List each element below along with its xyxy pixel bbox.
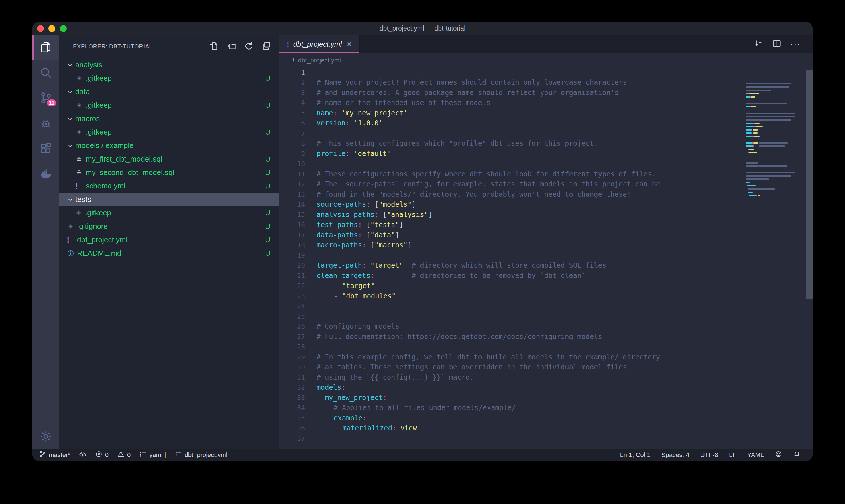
vertical-scrollbar[interactable]: [805, 67, 813, 449]
activity-explorer-icon[interactable]: [32, 35, 59, 60]
tree-row--gitkeep[interactable]: .gitkeepU: [59, 125, 279, 139]
status-encoding[interactable]: UTF-8: [700, 451, 718, 459]
status-outline-file[interactable]: dbt_project.yml: [175, 450, 228, 460]
tree-row-my-first-dbt-model-sql[interactable]: my_first_dbt_model.sqlU: [59, 152, 279, 166]
status-indentation[interactable]: Spaces: 4: [661, 451, 689, 459]
status-eol[interactable]: LF: [729, 451, 736, 459]
code-line-1[interactable]: 1: [279, 67, 743, 78]
breadcrumb[interactable]: ! dbt_project.yml: [279, 53, 813, 67]
code-line-14[interactable]: 14source-paths: ["models"]: [279, 200, 743, 210]
code-line-10[interactable]: 10: [279, 159, 743, 169]
code-line-33[interactable]: 33 my_new_project:: [279, 393, 743, 403]
git-file-icon: [75, 128, 86, 136]
code-line-20[interactable]: 20target-path: "target" # directory whic…: [279, 260, 743, 271]
status-feedback[interactable]: [775, 450, 782, 460]
open-changes-icon[interactable]: [754, 39, 763, 50]
code-line-21[interactable]: 21clean-targets: # directories to be rem…: [279, 271, 743, 281]
close-tab-icon[interactable]: ×: [347, 39, 352, 49]
collapse-all-icon[interactable]: [261, 41, 271, 52]
code-line-16[interactable]: 16test-paths: ["tests"]: [279, 220, 743, 230]
code-line-29[interactable]: 29# In this example config, we tell dbt …: [279, 352, 743, 362]
warning-icon: [117, 450, 125, 460]
tree-row-analysis[interactable]: analysis: [59, 58, 279, 72]
code-line-15[interactable]: 15analysis-paths: ["analysis"]: [279, 210, 743, 220]
minimap-line: [762, 126, 763, 127]
code-line-6[interactable]: 6version: '1.0.0': [279, 118, 743, 129]
git-file-icon: [75, 74, 86, 82]
tree-row-readme-md[interactable]: README.mdU: [59, 247, 279, 260]
code-line-4[interactable]: 4# name or the intended use of these mod…: [279, 98, 743, 108]
code-line-2[interactable]: 2# Name your project! Project names shou…: [279, 78, 743, 88]
minimap-line: [748, 152, 749, 154]
status-language-mode[interactable]: YAML: [747, 451, 764, 459]
tab-dbt-project-yml[interactable]: ! dbt_project.yml ×: [279, 35, 360, 53]
status-warnings[interactable]: 0: [117, 450, 131, 460]
code-line-17[interactable]: 17data-paths: ["data"]: [279, 230, 743, 240]
code-line-11[interactable]: 11# These configurations specify where d…: [279, 169, 743, 179]
new-folder-icon[interactable]: [226, 41, 236, 52]
line-number: 4: [279, 99, 305, 107]
line-number: 35: [279, 414, 305, 422]
tree-row-tests[interactable]: tests: [59, 193, 279, 206]
minimap[interactable]: [743, 67, 805, 449]
activity-settings-icon[interactable]: [32, 424, 59, 449]
code-line-28[interactable]: 28: [279, 342, 743, 352]
status-notifications[interactable]: [793, 450, 801, 460]
tree-row-macros[interactable]: macros: [59, 112, 279, 125]
tree-row--gitkeep[interactable]: .gitkeepU: [59, 72, 279, 85]
split-editor-icon[interactable]: [772, 39, 782, 50]
code-line-9[interactable]: 9profile: 'default': [279, 149, 743, 159]
code-line-24[interactable]: 24: [279, 301, 743, 311]
code-line-19[interactable]: 19: [279, 250, 743, 260]
line-number: 26: [279, 323, 305, 330]
tree-row-models-example[interactable]: models / example: [59, 139, 279, 152]
activity-debug-icon[interactable]: [32, 110, 59, 136]
status-errors[interactable]: 0: [95, 450, 109, 460]
tree-row-dbt-project-yml[interactable]: !dbt_project.ymlU: [59, 233, 279, 247]
code-line-26[interactable]: 26# Configuring models: [279, 322, 743, 332]
code-line-37[interactable]: 37: [279, 433, 743, 444]
code-line-32[interactable]: 32models:: [279, 382, 743, 393]
code-line-31[interactable]: 31# using the `{{ config(...) }}` macro.: [279, 372, 743, 382]
activity-source-control-icon[interactable]: 11: [32, 85, 59, 110]
code-line-12[interactable]: 12# The `source-paths` config, for examp…: [279, 179, 743, 190]
code-line-23[interactable]: 23 - "dbt_modules": [279, 291, 743, 301]
status-outline-language[interactable]: yaml |: [139, 450, 166, 460]
tree-row-data[interactable]: data: [59, 85, 279, 98]
tree-row-my-second-dbt-model-sql[interactable]: my_second_dbt_model.sqlU: [59, 166, 279, 179]
refresh-icon[interactable]: [244, 41, 254, 52]
code-line-7[interactable]: 7: [279, 128, 743, 139]
code-line-13[interactable]: 13# found in the "models/" directory. Yo…: [279, 189, 743, 200]
code-line-8[interactable]: 8# This setting configures which "profil…: [279, 139, 743, 149]
activity-search-icon[interactable]: [32, 60, 59, 85]
code-line-3[interactable]: 3# and underscores. A good package name …: [279, 88, 743, 98]
code-line-36[interactable]: 36 materialized: view: [279, 423, 743, 434]
more-actions-icon[interactable]: ···: [790, 39, 801, 49]
status-git-branch[interactable]: master*: [39, 450, 70, 460]
code-line-18[interactable]: 18macro-paths: ["macros"]: [279, 240, 743, 251]
activity-extensions-icon[interactable]: [32, 136, 59, 161]
minimap-line: [745, 106, 750, 107]
status-cursor-position[interactable]: Ln 1, Col 1: [620, 451, 650, 459]
code-line-35[interactable]: 35 example:: [279, 413, 743, 423]
new-file-icon[interactable]: [209, 41, 219, 52]
code-editor[interactable]: 12# Name your project! Project names sho…: [279, 67, 813, 449]
breadcrumb-file[interactable]: dbt_project.yml: [298, 57, 341, 64]
code-line-25[interactable]: 25: [279, 311, 743, 322]
tree-row--gitignore[interactable]: .gitignoreU: [59, 220, 279, 233]
code-line-30[interactable]: 30# as tables. These settings can be ove…: [279, 362, 743, 373]
code-line-5[interactable]: 5name: 'my_new_project': [279, 108, 743, 118]
code-line-22[interactable]: 22 - "target": [279, 281, 743, 291]
tree-row-schema-yml[interactable]: !schema.ymlU: [59, 179, 279, 193]
status-sync[interactable]: [79, 450, 87, 460]
tree-row--gitkeep[interactable]: .gitkeepU: [59, 206, 279, 220]
code-line-34[interactable]: 34 # Applies to all files under models/e…: [279, 403, 743, 413]
tree-label: README.md: [77, 249, 265, 258]
activity-docker-icon[interactable]: [32, 161, 59, 186]
explorer-title: EXPLORER: DBT-TUTORIAL: [73, 43, 209, 50]
line-number: 30: [279, 363, 305, 371]
scrollbar-thumb[interactable]: [806, 70, 813, 299]
code-line-27[interactable]: 27# Full documentation: https://docs.get…: [279, 331, 743, 342]
git-status-badge: U: [265, 249, 270, 257]
tree-row--gitkeep[interactable]: .gitkeepU: [59, 98, 279, 112]
